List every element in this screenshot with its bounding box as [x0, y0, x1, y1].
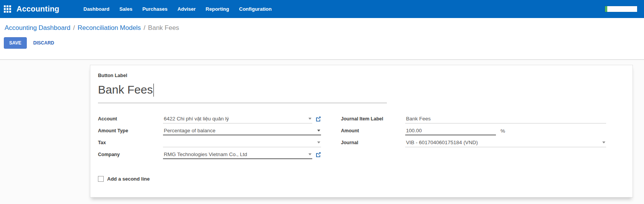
control-panel: Accounting Dashboard/Reconciliation Mode… — [0, 18, 644, 60]
breadcrumb-current-record: Bank Fees — [148, 24, 179, 31]
menu-item-configuration[interactable]: Configuration — [235, 4, 276, 14]
button-label-caption: Button Label — [98, 73, 633, 78]
journal-select[interactable]: VIB - 601704060175184 (VND) — [405, 138, 606, 147]
form-column-right: Journal Item Label Bank Fees Amount 100.… — [341, 113, 606, 161]
breadcrumb-separator: / — [73, 24, 75, 31]
field-row-journal: Journal VIB - 601704060175184 (VND) — [341, 137, 606, 149]
external-link-icon[interactable] — [316, 152, 321, 157]
save-button[interactable]: SAVE — [4, 37, 27, 49]
user-menu[interactable] — [605, 6, 637, 12]
breadcrumb-separator: / — [143, 24, 145, 31]
chevron-down-icon[interactable] — [317, 130, 320, 132]
breadcrumb-reconciliation-models[interactable]: Reconciliation Models — [78, 24, 141, 31]
journal-value: VIB - 601704060175184 (VND) — [405, 140, 478, 145]
button-label-value: Bank Fees — [98, 83, 153, 97]
user-status-indicator — [605, 6, 607, 12]
chevron-down-icon[interactable] — [602, 141, 605, 143]
app-title[interactable]: Accounting — [16, 5, 59, 13]
add-second-line-option[interactable]: Add a second line — [98, 176, 633, 182]
company-value: RMG Technologies Vietnam Co., Ltd — [163, 151, 247, 157]
external-link-icon[interactable] — [316, 116, 321, 122]
account-input[interactable]: 6422 Chi phí vật liệu quản lý — [163, 114, 312, 123]
field-row-amount: Amount 100.00 % — [341, 125, 606, 137]
breadcrumb: Accounting Dashboard/Reconciliation Mode… — [5, 24, 644, 32]
apps-grid-icon[interactable] — [4, 5, 11, 13]
content-area: Button Label Bank Fees Account 6422 Chi … — [0, 60, 644, 204]
button-label-input[interactable]: Bank Fees — [98, 82, 387, 103]
amount-input[interactable]: 100.00 — [405, 126, 496, 135]
journal-item-label-input[interactable]: Bank Fees — [405, 114, 606, 123]
amount-suffix: % — [501, 128, 505, 134]
account-label: Account — [98, 116, 163, 122]
top-navbar: Accounting Dashboard Sales Purchases Adv… — [0, 0, 644, 18]
menu-item-adviser[interactable]: Adviser — [173, 4, 200, 14]
journal-item-label-value: Bank Fees — [405, 116, 431, 122]
account-value: 6422 Chi phí vật liệu quản lý — [163, 116, 229, 122]
main-menu: Dashboard Sales Purchases Adviser Report… — [79, 4, 276, 14]
tax-label: Tax — [98, 140, 163, 145]
field-row-journal-item-label: Journal Item Label Bank Fees — [341, 113, 606, 125]
menu-item-purchases[interactable]: Purchases — [138, 4, 172, 14]
company-label: Company — [98, 152, 163, 157]
amount-value: 100.00 — [405, 128, 422, 133]
journal-item-label-label: Journal Item Label — [341, 116, 405, 122]
form-grid: Account 6422 Chi phí vật liệu quản lý Am… — [98, 113, 633, 161]
action-buttons: SAVE DISCARD — [4, 37, 644, 49]
chevron-down-icon[interactable] — [308, 118, 311, 120]
discard-button[interactable]: DISCARD — [33, 40, 54, 46]
form-column-left: Account 6422 Chi phí vật liệu quản lý Am… — [98, 113, 321, 161]
amount-label: Amount — [341, 128, 405, 133]
amount-type-select[interactable]: Percentage of balance — [163, 126, 321, 135]
amount-type-value: Percentage of balance — [163, 128, 215, 133]
add-second-line-checkbox[interactable] — [98, 176, 104, 182]
chevron-down-icon[interactable] — [308, 153, 311, 155]
menu-item-reporting[interactable]: Reporting — [201, 4, 233, 14]
amount-type-label: Amount Type — [98, 128, 163, 133]
company-input[interactable]: RMG Technologies Vietnam Co., Ltd — [163, 150, 312, 159]
field-row-amount-type: Amount Type Percentage of balance — [98, 125, 321, 137]
field-row-tax: Tax — [98, 137, 321, 149]
chevron-down-icon[interactable] — [317, 141, 320, 143]
field-row-account: Account 6422 Chi phí vật liệu quản lý — [98, 113, 321, 125]
field-row-company: Company RMG Technologies Vietnam Co., Lt… — [98, 149, 321, 161]
breadcrumb-accounting-dashboard[interactable]: Accounting Dashboard — [5, 24, 70, 31]
text-cursor — [153, 84, 154, 97]
menu-item-dashboard[interactable]: Dashboard — [79, 4, 114, 14]
tax-input[interactable] — [163, 138, 321, 147]
form-sheet: Button Label Bank Fees Account 6422 Chi … — [90, 65, 633, 197]
menu-item-sales[interactable]: Sales — [115, 4, 137, 14]
add-second-line-label: Add a second line — [107, 176, 150, 182]
journal-label: Journal — [341, 140, 405, 145]
